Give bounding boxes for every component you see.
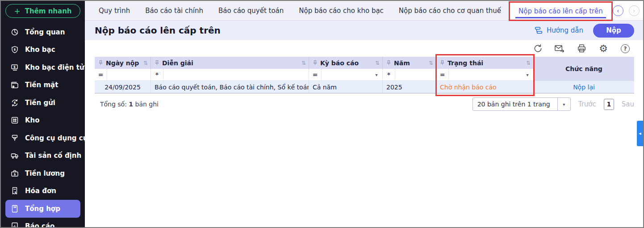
- sort-icon[interactable]: ⇅: [429, 60, 433, 66]
- status-badge: Chờ nhận báo cáo: [440, 84, 497, 91]
- sidebar-item-label: Báo cáo: [25, 222, 54, 227]
- tab-nop-bao-cao-len-cap-tren-active-annotated[interactable]: Nộp báo cáo lên cấp trên: [509, 1, 613, 21]
- svg-text:$: $: [13, 86, 14, 88]
- filter-operator[interactable]: =: [95, 69, 107, 80]
- column-header-ky-bao-cao[interactable]: Kỳ báo cáo ⇅: [309, 57, 383, 69]
- column-header-dien-giai[interactable]: Diễn giải ⇅: [151, 57, 309, 69]
- filter-operator[interactable]: *: [151, 69, 163, 80]
- page-title: Nộp báo cáo lên cấp trên: [95, 25, 221, 36]
- filter-operator[interactable]: *: [383, 69, 395, 80]
- filter-input-ngay-nop[interactable]: [107, 69, 151, 80]
- invoice-receipt-icon: $: [10, 186, 19, 196]
- submit-button[interactable]: Nộp: [593, 24, 634, 38]
- sidebar-nav: Tổng quan $ Kho bạc $ Kho bạc điện tử $ …: [1, 21, 85, 227]
- pin-icon[interactable]: [386, 60, 391, 66]
- book-bookmark-icon: [10, 204, 19, 213]
- sidebar-item-kho[interactable]: Kho: [5, 112, 80, 130]
- page-size-select[interactable]: 20 bản ghi trên 1 trang ▾: [473, 97, 571, 111]
- page-size-value: 20 bản ghi trên 1 trang: [473, 98, 557, 110]
- svg-text:$: $: [13, 48, 16, 51]
- tab-bao-cao-quyet-toan[interactable]: Báo cáo quyết toán: [211, 1, 291, 20]
- guide-label: Hướng dẫn: [547, 26, 583, 34]
- sidebar-item-label: Tổng quan: [25, 28, 65, 36]
- filter-operator[interactable]: =: [436, 69, 449, 80]
- svg-text:$: $: [14, 191, 16, 194]
- sidebar-item-tien-gui[interactable]: $ Tiền gửi: [5, 94, 80, 112]
- filter-input-dien-giai[interactable]: [163, 69, 309, 80]
- filter-input-trang-thai[interactable]: [449, 69, 522, 80]
- quick-add-label: Thêm nhanh: [25, 7, 72, 15]
- sort-icon[interactable]: ⇅: [143, 60, 148, 66]
- triangle-left-icon: ◀: [639, 132, 641, 135]
- guide-signpost-icon: [534, 26, 543, 35]
- sort-icon[interactable]: ⇅: [526, 60, 531, 66]
- guide-link[interactable]: Hướng dẫn: [534, 26, 583, 35]
- tab-nop-bao-cao-co-quan-thue[interactable]: Nộp báo cáo cho cơ quan thuế: [391, 1, 509, 20]
- sidebar-item-label: Tiền mặt: [25, 81, 58, 89]
- column-label: Diễn giải: [162, 59, 299, 67]
- print-icon[interactable]: [576, 43, 587, 54]
- tab-scroll-left-button[interactable]: ‹: [613, 5, 623, 16]
- pin-icon[interactable]: [313, 60, 318, 66]
- column-label: Trạng thái: [447, 59, 523, 67]
- tab-nop-bao-cao-kho-bac[interactable]: Nộp báo cáo cho kho bạc: [291, 1, 391, 20]
- sidebar-item-label: Kho bạc: [25, 46, 55, 54]
- sidebar-item-bao-cao[interactable]: Báo cáo: [5, 218, 80, 228]
- svg-text:$: $: [13, 65, 16, 69]
- pin-icon[interactable]: [155, 60, 159, 66]
- sidebar: + Thêm nhanh Tổng quan $ Kho bạc $ Kh: [1, 1, 85, 227]
- flyout-collapse-handle[interactable]: ◀: [637, 121, 643, 146]
- sidebar-item-kho-bac-dien-tu[interactable]: $ Kho bạc điện tử: [5, 59, 80, 76]
- send-mail-icon[interactable]: [554, 43, 565, 54]
- total-count: 1: [129, 101, 133, 108]
- chevron-down-icon[interactable]: ▾: [522, 69, 533, 80]
- treasury-shield-icon: $: [10, 45, 19, 55]
- current-page-box[interactable]: 1: [604, 99, 614, 110]
- filter-operator[interactable]: =: [309, 69, 322, 80]
- sidebar-item-label: Tài sản cố định: [25, 152, 81, 160]
- sidebar-item-cong-cu-dung-cu[interactable]: Công cụ dụng cụ: [5, 129, 80, 147]
- column-header-trang-thai[interactable]: Trạng thái ⇅: [436, 57, 534, 69]
- tab-scroll-controls: ‹ › ⋯: [613, 1, 644, 20]
- wallet-icon: $: [10, 80, 19, 90]
- pin-icon[interactable]: [98, 60, 103, 66]
- sort-icon[interactable]: ⇅: [375, 60, 380, 66]
- cell-nam: 2025: [383, 81, 436, 93]
- sidebar-item-kho-bac[interactable]: $ Kho bạc: [5, 41, 80, 59]
- refresh-icon[interactable]: [532, 43, 543, 54]
- pagination: 20 bản ghi trên 1 trang ▾ Trước 1 Sau: [473, 97, 634, 111]
- quick-add-button[interactable]: + Thêm nhanh: [5, 4, 80, 18]
- tab-scroll-right-button[interactable]: ›: [629, 5, 640, 16]
- next-page-button[interactable]: Sau: [622, 100, 634, 108]
- deposit-cycle-icon: $: [10, 98, 19, 107]
- title-bar: Nộp báo cáo lên cấp trên Hướng dẫn Nộp: [85, 21, 643, 40]
- table-row[interactable]: 24/09/2025 Báo cáo quyết toán, Báo cáo t…: [95, 81, 534, 93]
- svg-text:$: $: [13, 101, 16, 105]
- app-window: + Thêm nhanh Tổng quan $ Kho bạc $ Kh: [0, 0, 644, 228]
- filter-input-ky-bao-cao[interactable]: [322, 69, 371, 80]
- help-icon[interactable]: ?: [620, 43, 631, 54]
- prev-page-button[interactable]: Trước: [578, 100, 596, 108]
- column-header-ngay-nop[interactable]: Ngày nộp ⇅: [95, 57, 151, 69]
- pin-icon[interactable]: [440, 60, 445, 66]
- tab-quy-trinh[interactable]: Quy trình: [91, 1, 138, 20]
- table-filter-row: = * = ▾ *: [95, 69, 534, 81]
- sidebar-item-tien-luong[interactable]: $ Tiền lương: [5, 165, 80, 182]
- sidebar-item-tong-hop[interactable]: Tổng hợp: [5, 200, 80, 218]
- column-header-nam[interactable]: Năm ⇅: [383, 57, 436, 69]
- toolbar: ⚙ ?: [85, 40, 643, 57]
- sidebar-item-tien-mat[interactable]: $ Tiền mặt: [5, 76, 80, 94]
- table-header-row: Ngày nộp ⇅ Diễn giải ⇅: [95, 57, 534, 69]
- sidebar-item-label: Tiền lương: [25, 169, 65, 177]
- sidebar-item-tong-quan[interactable]: Tổng quan: [5, 23, 80, 41]
- chevron-down-icon[interactable]: ▾: [371, 69, 382, 80]
- settings-gear-icon[interactable]: ⚙: [598, 43, 609, 54]
- column-label: Kỳ báo cáo: [320, 59, 372, 67]
- sidebar-item-tai-san-co-dinh[interactable]: Tài sản cố định: [5, 147, 80, 165]
- tab-bao-cao-tai-chinh[interactable]: Báo cáo tài chính: [138, 1, 211, 20]
- sort-icon[interactable]: ⇅: [301, 60, 306, 66]
- truck-icon: [10, 151, 19, 160]
- sidebar-item-hoa-don[interactable]: $ Hóa đơn: [5, 182, 80, 200]
- filter-input-nam[interactable]: [395, 69, 436, 80]
- resubmit-link[interactable]: Nộp lại: [573, 84, 595, 91]
